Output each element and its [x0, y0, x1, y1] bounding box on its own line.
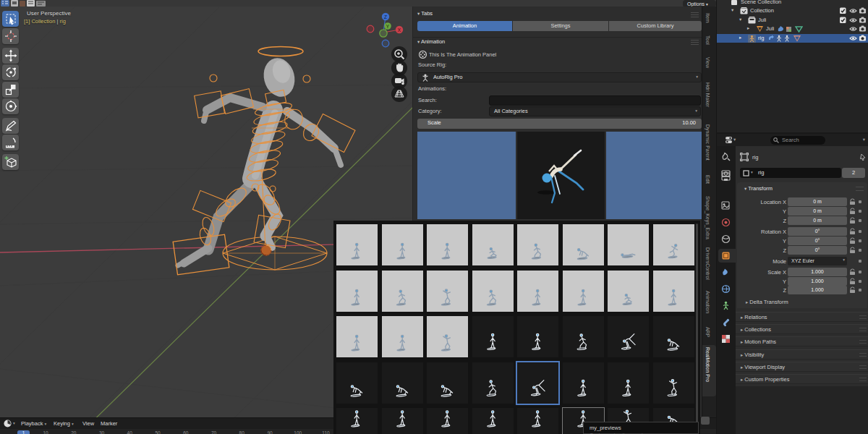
svg-text:Z: Z — [384, 14, 387, 20]
svg-text:Y: Y — [386, 24, 390, 29]
svg-text:X: X — [398, 27, 401, 33]
